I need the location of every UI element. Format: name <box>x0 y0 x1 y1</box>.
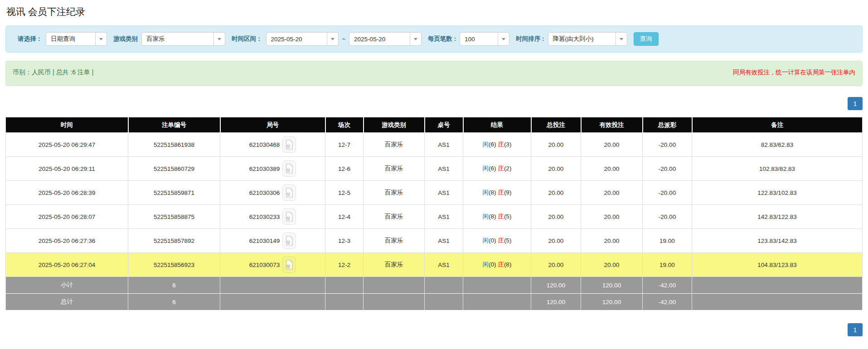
result-cell: 闲(8) 庄(5) <box>463 205 531 229</box>
total-bet-link[interactable]: 20.00 <box>531 157 581 181</box>
video-replay-button[interactable] <box>282 160 296 177</box>
note: 82.83/62.83 <box>692 133 863 157</box>
grand-total-row: 总计 6 120.00 120.00 -42.00 <box>6 294 863 310</box>
valid-bet: 20.00 <box>581 133 643 157</box>
total-bet-link[interactable]: 20.00 <box>531 229 581 253</box>
video-file-icon <box>285 260 293 270</box>
search-button[interactable]: 查询 <box>634 32 659 46</box>
video-replay-button[interactable] <box>282 233 296 249</box>
total-bet-link[interactable]: 20.00 <box>531 181 581 205</box>
game-type: 百家乐 <box>364 181 425 205</box>
valid-bet: 20.00 <box>581 253 643 277</box>
bet-no: 522515857892 <box>128 229 220 253</box>
grand-total-count: 6 <box>128 294 220 310</box>
total-bet-link[interactable]: 20.00 <box>531 133 581 157</box>
video-replay-button[interactable] <box>282 208 296 225</box>
game-type-label: 游戏类别 <box>113 35 138 43</box>
bet-time: 2025-05-20 06:29:47 <box>6 133 128 157</box>
payout: -20.00 <box>643 205 692 229</box>
session: 12-2 <box>325 253 364 277</box>
video-file-icon <box>285 140 293 150</box>
filter-panel: 请选择： 日期查询 游戏类别 百家乐 时间区间： 2025-05-20 ~ 20… <box>5 25 863 53</box>
subtotal-valid-bet: 120.00 <box>581 277 643 294</box>
session: 12-3 <box>325 229 364 253</box>
total-bet-link[interactable]: 20.00 <box>531 205 581 229</box>
session: 12-6 <box>325 157 364 181</box>
payout: 19.00 <box>643 253 692 277</box>
video-file-icon <box>285 188 293 198</box>
summary-bar: 币别：人民币 | 总共 :6 注单 | 同局有效投注，统一计算在该局第一张注单内 <box>5 61 863 86</box>
col-time: 时间 <box>6 117 128 133</box>
chevron-down-icon <box>410 33 421 45</box>
page-size-value: 100 <box>460 36 498 43</box>
grand-total-total-bet: 120.00 <box>531 294 581 310</box>
game-type-value: 百家乐 <box>142 35 213 43</box>
chevron-down-icon <box>498 33 509 45</box>
table-no: AS1 <box>425 157 463 181</box>
video-replay-button[interactable] <box>282 257 296 273</box>
bet-no: 522515858875 <box>128 205 220 229</box>
total-bet-link[interactable]: 20.00 <box>531 253 581 277</box>
bet-time: 2025-05-20 06:29:11 <box>6 157 128 181</box>
grand-total-payout: -42.00 <box>643 294 692 310</box>
page-size-select[interactable]: 100 <box>460 32 509 46</box>
note: 123.83/142.83 <box>692 229 863 253</box>
sort-order-label: 时间排序 : <box>516 35 544 43</box>
result-cell: 闲(6) 庄(2) <box>463 157 531 181</box>
round-no-cell: 621030306 <box>220 181 325 205</box>
valid-bet: 20.00 <box>581 229 643 253</box>
date-from-value: 2025-05-20 <box>267 36 327 43</box>
query-mode-select[interactable]: 日期查询 <box>46 32 107 46</box>
note: 142.83/122.83 <box>692 205 863 229</box>
round-no-cell: 621030468 <box>220 133 325 157</box>
col-result: 结果 <box>463 117 531 133</box>
subtotal-row: 小计 6 120.00 120.00 -42.00 <box>6 277 863 294</box>
game-type: 百家乐 <box>364 157 425 181</box>
round-no-cell: 621030149 <box>220 229 325 253</box>
video-replay-button[interactable] <box>282 184 296 201</box>
subtotal-count: 6 <box>128 277 220 294</box>
video-file-icon <box>285 164 293 174</box>
payout: 19.00 <box>643 229 692 253</box>
game-type-select[interactable]: 百家乐 <box>141 32 225 46</box>
col-total-payout: 总派彩 <box>643 117 692 133</box>
table-no: AS1 <box>425 133 463 157</box>
game-type: 百家乐 <box>364 205 425 229</box>
col-note: 备注 <box>692 117 863 133</box>
video-file-icon <box>285 212 293 222</box>
session: 12-7 <box>325 133 364 157</box>
same-round-notice: 同局有效投注，统一计算在该局第一张注单内 <box>733 68 855 77</box>
date-range-label: 时间区间： <box>232 35 262 43</box>
col-total-bet: 总投注 <box>531 117 581 133</box>
grand-total-valid-bet: 120.00 <box>581 294 643 310</box>
table-row: 2025-05-20 06:29:47 522515861938 6210304… <box>6 133 863 157</box>
subtotal-payout: -42.00 <box>643 277 692 294</box>
table-row: 2025-05-20 06:28:07 522515858875 6210302… <box>6 205 863 229</box>
date-to-select[interactable]: 2025-05-20 <box>349 32 422 46</box>
bet-no: 522515856923 <box>128 253 220 277</box>
game-type: 百家乐 <box>364 253 425 277</box>
page-1-button[interactable]: 1 <box>848 323 863 336</box>
chevron-down-icon <box>213 33 225 45</box>
date-to-value: 2025-05-20 <box>349 36 410 43</box>
bet-no: 522515859871 <box>128 181 220 205</box>
select-mode-label: 请选择： <box>18 35 42 43</box>
result-cell: 闲(0) 庄(8) <box>463 253 531 277</box>
subtotal-label: 小计 <box>6 277 128 294</box>
table-row-highlighted: 2025-05-20 06:27:04 522515856923 6210300… <box>6 253 863 277</box>
table-row: 2025-05-20 06:29:11 522515860729 6210303… <box>6 157 863 181</box>
result-cell: 闲(8) 庄(9) <box>463 181 531 205</box>
valid-bet: 20.00 <box>581 157 643 181</box>
date-from-select[interactable]: 2025-05-20 <box>266 32 339 46</box>
pagination-bottom: 1 <box>5 323 863 336</box>
note: 104.83/123.83 <box>692 253 863 277</box>
valid-bet: 20.00 <box>581 181 643 205</box>
bet-time: 2025-05-20 06:28:07 <box>6 205 128 229</box>
page-size-label: 每页笔数 : <box>428 35 456 43</box>
bet-time: 2025-05-20 06:27:36 <box>6 229 128 253</box>
sort-order-select[interactable]: 降冪(由大到小) <box>548 32 627 46</box>
video-replay-button[interactable] <box>282 136 296 153</box>
page-1-button[interactable]: 1 <box>848 97 863 110</box>
table-no: AS1 <box>425 229 463 253</box>
col-table-no: 桌号 <box>425 117 463 133</box>
